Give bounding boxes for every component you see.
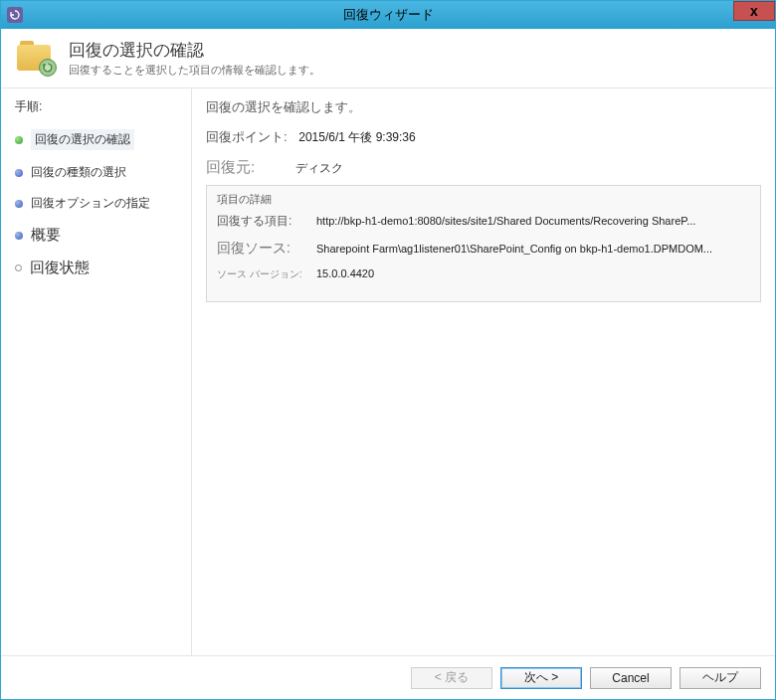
wizard-body: 手順: 回復の選択の確認 回復の種類の選択 回復オプションの指定 概要 回復状態 (1, 88, 775, 655)
recovery-folder-icon (17, 41, 57, 77)
step-summary[interactable]: 概要 (15, 226, 191, 245)
step-status[interactable]: 回復状態 (15, 259, 191, 277)
recovery-source-row: 回復元: ディスク (206, 158, 761, 177)
bullet-pending-icon (15, 169, 23, 177)
step-confirm-selection[interactable]: 回復の選択の確認 (15, 129, 191, 150)
close-button[interactable]: x (733, 1, 775, 21)
detail-label: 回復ソース: (217, 240, 316, 258)
wizard-header: 回復の選択の確認 回復することを選択した項目の情報を確認します。 (1, 29, 775, 88)
wizard-window: 回復ウィザード x 回復の選択の確認 回復することを選択した項目の情報を確認しま… (0, 0, 776, 700)
instruction-text: 回復の選択を確認します。 (206, 98, 761, 116)
window-title: 回復ウィザード (1, 6, 775, 24)
page-subtitle: 回復することを選択した項目の情報を確認します。 (69, 63, 320, 78)
recovery-source-label: 回復元: (206, 158, 295, 177)
next-button-label: 次へ > (524, 669, 558, 686)
step-label: 回復オプションの指定 (31, 195, 150, 212)
step-label: 回復の種類の選択 (31, 164, 126, 181)
bullet-pending-icon (15, 200, 23, 208)
titlebar: 回復ウィザード x (1, 1, 775, 29)
recovery-source-value: ディスク (295, 160, 343, 177)
step-label: 回復状態 (30, 259, 90, 277)
detail-label: 回復する項目: (217, 213, 316, 230)
detail-row-version: ソース バージョン: 15.0.0.4420 (217, 267, 750, 281)
close-icon: x (750, 3, 758, 19)
step-label: 回復の選択の確認 (31, 129, 134, 150)
recovery-point-row: 回復ポイント: 2015/6/1 午後 9:39:36 (206, 128, 761, 146)
steps-sidebar: 手順: 回復の選択の確認 回復の種類の選択 回復オプションの指定 概要 回復状態 (1, 88, 192, 655)
detail-value: Sharepoint Farm\ag1listener01\SharePoint… (316, 243, 712, 255)
cancel-button[interactable]: Cancel (590, 667, 672, 689)
detail-value: 15.0.0.4420 (316, 267, 374, 279)
main-panel: 回復の選択を確認します。 回復ポイント: 2015/6/1 午後 9:39:36… (192, 88, 775, 655)
back-button: < 戻る (411, 667, 492, 689)
step-specify-options[interactable]: 回復オプションの指定 (15, 195, 191, 212)
detail-label: ソース バージョン: (217, 267, 316, 281)
detail-row-source: 回復ソース: Sharepoint Farm\ag1listener01\Sha… (217, 240, 750, 258)
step-label: 概要 (31, 226, 61, 245)
help-button-label: ヘルプ (702, 669, 738, 686)
bullet-pending-icon (15, 232, 23, 240)
recovery-point-value: 2015/6/1 午後 9:39:36 (298, 130, 415, 144)
detail-value: http://bkp-h1-demo1:8080/sites/site1/Sha… (316, 215, 695, 227)
page-title: 回復の選択の確認 (69, 39, 320, 62)
step-select-type[interactable]: 回復の種類の選択 (15, 164, 191, 181)
recovery-point-label: 回復ポイント: (206, 129, 288, 144)
bullet-current-icon (15, 136, 23, 144)
steps-heading: 手順: (15, 98, 191, 115)
item-details-title: 項目の詳細 (217, 192, 750, 207)
back-button-label: < 戻る (435, 669, 469, 686)
cancel-button-label: Cancel (612, 671, 649, 685)
help-button[interactable]: ヘルプ (679, 667, 761, 689)
detail-row-item: 回復する項目: http://bkp-h1-demo1:8080/sites/s… (217, 213, 750, 230)
item-details-group: 項目の詳細 回復する項目: http://bkp-h1-demo1:8080/s… (206, 185, 761, 302)
next-button[interactable]: 次へ > (500, 667, 582, 689)
wizard-footer: < 戻る 次へ > Cancel ヘルプ (1, 655, 775, 699)
bullet-empty-icon (15, 264, 22, 271)
